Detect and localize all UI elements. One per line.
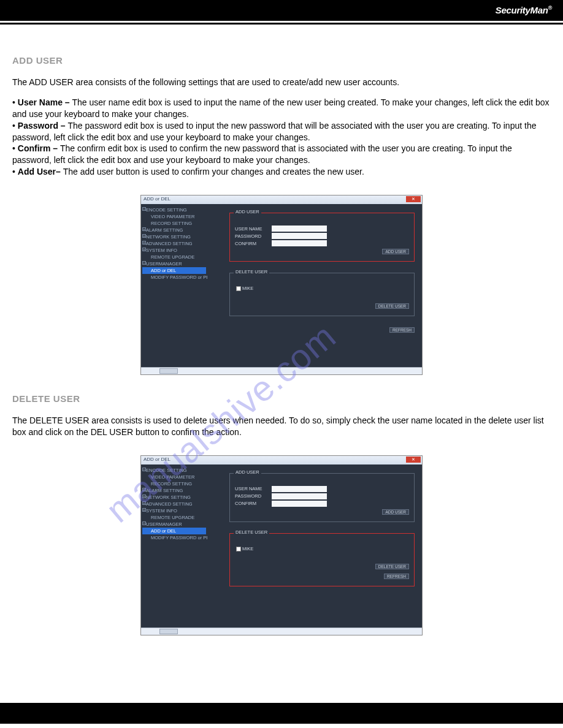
tree-item[interactable]: ADD or DEL [142, 528, 206, 534]
tree-label: RECORD SETTING [151, 481, 192, 487]
tree-item[interactable]: VIDEO PARAMETER [142, 474, 206, 480]
close-icon[interactable]: ✕ [406, 196, 421, 202]
tree-item[interactable]: +ADVANCED SETTING [142, 240, 206, 247]
tree-item[interactable]: −ENCODE SETTING [142, 207, 206, 213]
tree-toggle-icon[interactable]: − [142, 468, 146, 471]
bullet-username: • User Name – The user name edit box is … [12, 97, 551, 120]
confirm-input[interactable] [272, 240, 327, 246]
tree-label: NETWORK SETTING [146, 234, 191, 240]
tree-item[interactable]: +ALARM SETTING [142, 487, 206, 494]
tree-item[interactable]: REMOTE UPGRADE [142, 514, 206, 521]
tree-label: RECORD SETTING [151, 221, 192, 226]
scrollbar-thumb-2[interactable] [159, 629, 178, 634]
tree-label: REMOTE UPGRADE [151, 515, 194, 520]
tree-item[interactable]: +NETWORK SETTING [142, 233, 206, 240]
password-input-2[interactable] [272, 493, 327, 499]
footer-bar [0, 703, 563, 724]
user-checkbox-2[interactable] [236, 547, 241, 552]
legend-add: ADD USER [234, 209, 261, 214]
scrollbar[interactable] [141, 367, 422, 374]
tree-item[interactable]: +NETWORK SETTING [142, 494, 206, 501]
tree-item[interactable]: MODIFY PASSWORD or PE [142, 274, 206, 281]
groupbox-add-user-2: ADD USER USER NAME PASSWORD CONFIRM [229, 473, 415, 522]
tree-item[interactable]: −ENCODE SETTING [142, 467, 206, 474]
window-titlebar: ADD or DEL ✕ [141, 195, 422, 204]
sidebar-tree-2: −ENCODE SETTINGVIDEO PARAMETERRECORD SET… [141, 464, 207, 628]
label-password-2: PASSWORD [235, 493, 272, 499]
tree-label: USERMANAGER [146, 521, 182, 527]
tree-toggle-icon[interactable]: + [142, 501, 146, 505]
tree-item[interactable]: VIDEO PARAMETER [142, 213, 206, 220]
delete-user-button-2[interactable]: DELETE USER [375, 564, 409, 569]
tree-item[interactable]: −USERMANAGER [142, 521, 206, 528]
tree-item[interactable]: +SYSTEM INFO [142, 507, 206, 514]
close-icon-2[interactable]: ✕ [406, 457, 421, 463]
tree-label: USERMANAGER [146, 261, 182, 267]
label-username-2: USER NAME [235, 486, 272, 491]
tree-label: ADVANCED SETTING [146, 241, 193, 246]
tree-label: ADD or DEL [151, 268, 176, 273]
tree-item[interactable]: ADD or DEL [142, 267, 206, 274]
tree-toggle-icon[interactable]: + [142, 508, 146, 512]
tree-item[interactable]: RECORD SETTING [142, 220, 206, 227]
tree-toggle-icon[interactable]: + [142, 227, 146, 231]
label-confirm: CONFIRM [235, 241, 272, 246]
screenshot-add-user: ADD or DEL ✕ −ENCODE SETTINGVIDEO PARAME… [12, 195, 551, 375]
tree-item[interactable]: MODIFY PASSWORD or PE [142, 534, 206, 541]
header: SecurityMan® [0, 0, 563, 21]
bullet-confirm: • Confirm – The confirm edit box is used… [12, 143, 551, 166]
tree-item[interactable]: REMOTE UPGRADE [142, 254, 206, 260]
bullet-password: • Password – The password edit box is us… [12, 120, 551, 143]
brand-reg: ® [548, 5, 552, 11]
scrollbar-2[interactable] [141, 628, 422, 635]
tree-toggle-icon[interactable]: + [142, 488, 146, 491]
window-titlebar-2: ADD or DEL ✕ [141, 456, 422, 464]
tree-label: MODIFY PASSWORD or PE [151, 535, 207, 540]
confirm-input-2[interactable] [272, 501, 327, 507]
tree-label: NETWORK SETTING [146, 495, 191, 500]
tree-label: SYSTEM INFO [146, 248, 177, 253]
tree-item[interactable]: +SYSTEM INFO [142, 247, 206, 254]
username-input[interactable] [272, 226, 327, 232]
label-password: PASSWORD [235, 233, 272, 239]
refresh-button-2[interactable]: REFRESH [384, 574, 409, 579]
tree-label: ENCODE SETTING [146, 468, 187, 473]
tree-toggle-icon[interactable]: − [142, 261, 146, 265]
legend-del-2: DELETE USER [234, 529, 269, 535]
refresh-button[interactable]: REFRESH [389, 327, 415, 333]
bullet-add-user: • Add User– The add user button is used … [12, 166, 551, 178]
user-mike-2: MIKE [242, 546, 253, 552]
tree-toggle-icon[interactable]: + [142, 241, 146, 245]
tree-toggle-icon[interactable]: + [142, 234, 146, 238]
label-username: USER NAME [235, 226, 272, 232]
tree-toggle-icon[interactable]: + [142, 495, 146, 498]
tree-label: ADVANCED SETTING [146, 501, 193, 507]
tree-toggle-icon[interactable]: − [142, 521, 146, 525]
tree-label: VIDEO PARAMETER [151, 474, 195, 480]
add-user-intro: The ADD USER area consists of the follow… [12, 77, 551, 88]
app-window-2: ADD or DEL ✕ −ENCODE SETTINGVIDEO PARAME… [140, 455, 423, 635]
delete-user-heading: DELETE USER [12, 393, 551, 404]
tree-label: MODIFY PASSWORD or PE [151, 275, 207, 280]
window-title-2: ADD or DEL [144, 457, 170, 462]
tree-item[interactable]: −USERMANAGER [142, 260, 206, 267]
tree-label: ENCODE SETTING [146, 207, 187, 213]
window-title: ADD or DEL [144, 196, 170, 202]
legend-add-2: ADD USER [234, 469, 261, 475]
password-input[interactable] [272, 233, 327, 239]
tree-item[interactable]: +ALARM SETTING [142, 227, 206, 233]
tree-item[interactable]: +ADVANCED SETTING [142, 501, 206, 507]
delete-user-button[interactable]: DELETE USER [375, 303, 409, 309]
scrollbar-thumb[interactable] [159, 368, 178, 374]
tree-label: ALARM SETTING [146, 488, 183, 493]
add-user-button[interactable]: ADD USER [382, 249, 409, 254]
add-user-button-2[interactable]: ADD USER [382, 509, 409, 515]
username-input-2[interactable] [272, 486, 327, 492]
tree-item[interactable]: RECORD SETTING [142, 480, 206, 487]
main-panel-2: ADD USER USER NAME PASSWORD CONFIRM [207, 464, 422, 628]
tree-label: SYSTEM INFO [146, 508, 177, 514]
tree-toggle-icon[interactable]: + [142, 248, 146, 251]
tree-toggle-icon[interactable]: − [142, 207, 146, 211]
user-checkbox[interactable] [236, 286, 241, 291]
groupbox-delete-user-2: DELETE USER MIKE DELETE USER REFRESH [229, 533, 415, 586]
